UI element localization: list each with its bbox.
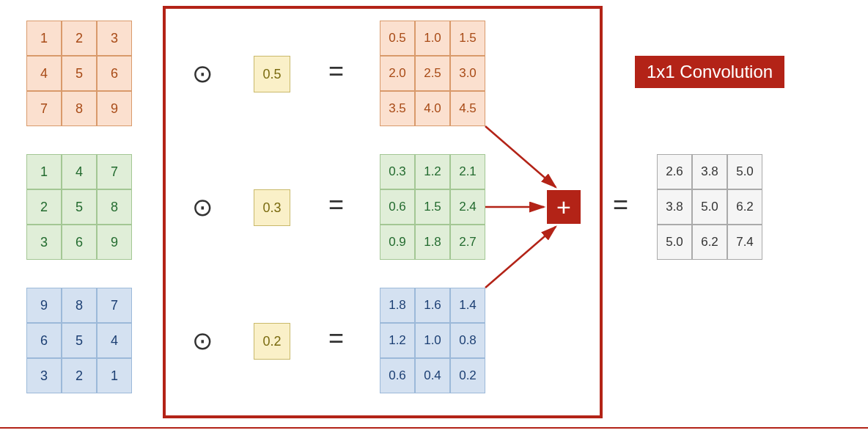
eq-op-1: = xyxy=(328,189,344,220)
title-label: 1x1 Convolution xyxy=(635,56,784,88)
cell: 8 xyxy=(97,189,132,225)
eq-op-out: = xyxy=(613,189,628,220)
cell: 1.2 xyxy=(380,323,415,358)
cell: 1.8 xyxy=(380,288,415,323)
cell: 1 xyxy=(26,154,62,189)
cell: 7 xyxy=(26,91,62,126)
cell: 3.5 xyxy=(380,91,415,126)
cell: 0.8 xyxy=(450,323,485,358)
kernel-1: 0.3 xyxy=(254,189,290,226)
cell: 5 xyxy=(62,189,97,225)
cell: 0.2 xyxy=(450,358,485,393)
cell: 1.0 xyxy=(415,323,450,358)
cell: 2.1 xyxy=(450,154,485,189)
footer-rule xyxy=(0,427,868,429)
cell: 5.0 xyxy=(657,225,692,260)
cell: 2 xyxy=(62,358,97,393)
cell: 1 xyxy=(97,358,132,393)
result-grid-1: 0.3 1.2 2.1 0.6 1.5 2.4 0.9 1.8 2.7 xyxy=(380,154,485,260)
cell: 0.6 xyxy=(380,189,415,225)
cell: 4.0 xyxy=(415,91,450,126)
cell: 5 xyxy=(62,56,97,91)
output-grid: 2.6 3.8 5.0 3.8 5.0 6.2 5.0 6.2 7.4 xyxy=(657,154,762,260)
cell: 2.4 xyxy=(450,189,485,225)
cell: 1.2 xyxy=(415,154,450,189)
cell: 8 xyxy=(62,91,97,126)
cell: 3 xyxy=(26,225,62,260)
cell: 2 xyxy=(26,189,62,225)
cell: 6.2 xyxy=(727,189,762,225)
cell: 0.9 xyxy=(380,225,415,260)
cell: 3.8 xyxy=(692,154,727,189)
cell: 2.7 xyxy=(450,225,485,260)
times-op-0: ⊙ xyxy=(192,59,213,88)
cell: 5.0 xyxy=(692,189,727,225)
kernel-2: 0.2 xyxy=(254,323,290,360)
plus-glyph: + xyxy=(556,194,571,219)
sum-icon: + xyxy=(547,190,581,224)
cell: 1 xyxy=(26,21,62,56)
cell: 8 xyxy=(62,288,97,323)
cell: 2.6 xyxy=(657,154,692,189)
cell: 7 xyxy=(97,288,132,323)
cell: 0.5 xyxy=(380,21,415,56)
cell: 2 xyxy=(62,21,97,56)
cell: 7.4 xyxy=(727,225,762,260)
kernel-0: 0.5 xyxy=(254,56,290,92)
cell: 2.5 xyxy=(415,56,450,91)
cell: 2.0 xyxy=(380,56,415,91)
times-op-2: ⊙ xyxy=(192,326,213,355)
cell: 1.5 xyxy=(415,189,450,225)
diagram-canvas: 1x1 Convolution 1 2 3 4 5 6 7 8 9 ⊙ 0.5 … xyxy=(0,0,868,433)
cell: 3.8 xyxy=(657,189,692,225)
input-grid-1: 1 4 7 2 5 8 3 6 9 xyxy=(26,154,132,260)
cell: 3 xyxy=(26,358,62,393)
cell: 6 xyxy=(97,56,132,91)
cell: 5 xyxy=(62,323,97,358)
cell: 1.6 xyxy=(415,288,450,323)
eq-op-0: = xyxy=(328,56,344,87)
cell: 3.0 xyxy=(450,56,485,91)
cell: 4 xyxy=(62,154,97,189)
cell: 1.4 xyxy=(450,288,485,323)
cell: 0.3 xyxy=(380,154,415,189)
cell: 3 xyxy=(97,21,132,56)
cell: 6 xyxy=(26,323,62,358)
cell: 6 xyxy=(62,225,97,260)
cell: 9 xyxy=(26,288,62,323)
cell: 4 xyxy=(26,56,62,91)
cell: 7 xyxy=(97,154,132,189)
cell: 1.5 xyxy=(450,21,485,56)
cell: 1.8 xyxy=(415,225,450,260)
cell: 0.6 xyxy=(380,358,415,393)
result-grid-0: 0.5 1.0 1.5 2.0 2.5 3.0 3.5 4.0 4.5 xyxy=(380,21,485,126)
cell: 9 xyxy=(97,225,132,260)
result-grid-2: 1.8 1.6 1.4 1.2 1.0 0.8 0.6 0.4 0.2 xyxy=(380,288,485,393)
title-text: 1x1 Convolution xyxy=(647,62,773,81)
cell: 0.4 xyxy=(415,358,450,393)
input-grid-2: 9 8 7 6 5 4 3 2 1 xyxy=(26,288,132,393)
cell: 6.2 xyxy=(692,225,727,260)
eq-op-2: = xyxy=(328,323,344,354)
input-grid-0: 1 2 3 4 5 6 7 8 9 xyxy=(26,21,132,126)
cell: 5.0 xyxy=(727,154,762,189)
cell: 4 xyxy=(97,323,132,358)
cell: 9 xyxy=(97,91,132,126)
times-op-1: ⊙ xyxy=(192,192,213,222)
cell: 1.0 xyxy=(415,21,450,56)
cell: 4.5 xyxy=(450,91,485,126)
